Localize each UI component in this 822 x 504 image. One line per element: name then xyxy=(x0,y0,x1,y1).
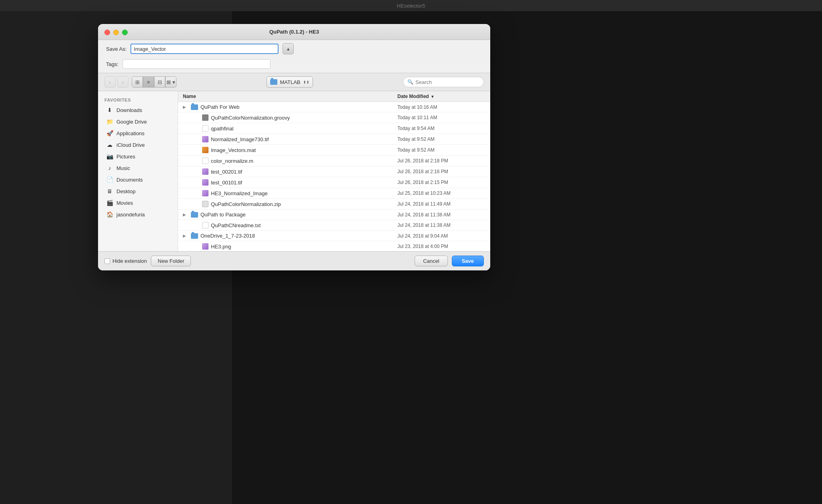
toolbar-left: ‹ › ⊞ ≡ ⊟ ⊠ ▾ xyxy=(104,76,176,88)
table-row[interactable]: QuPathCNreadme.txt Jul 24, 2018 at 11:38… xyxy=(178,220,490,231)
sidebar-item-label-icloud-drive: iCloud Drive xyxy=(116,142,145,148)
table-row[interactable]: test_00101.tif Jul 26, 2018 at 2:15 PM xyxy=(178,177,490,188)
mat-file-icon xyxy=(202,147,209,153)
tags-label: Tags: xyxy=(106,61,118,67)
file-date: Jul 24, 2018 at 11:49 AM xyxy=(397,201,485,207)
dialog-titlebar: QuPath (0.1.2) - HE3 xyxy=(98,24,490,40)
zip-file-icon xyxy=(202,201,209,207)
search-icon: 🔍 xyxy=(407,79,413,85)
toolbar-right: 🔍 xyxy=(403,77,484,87)
sidebar-item-label-jasondefuria: jasondefuria xyxy=(116,212,145,218)
expand-arrow: ▶ xyxy=(183,105,188,109)
file-name-col: HE3_Normalized_Image xyxy=(194,190,397,196)
tags-row: Tags: xyxy=(98,58,490,73)
save-button[interactable]: Save xyxy=(452,256,484,266)
list-view-button[interactable]: ≡ xyxy=(143,76,154,88)
file-name: test_00101.tif xyxy=(211,180,242,186)
sidebar-section-label: Favorites xyxy=(98,94,178,104)
icon-view-button[interactable]: ⊞ xyxy=(132,76,143,88)
search-input[interactable] xyxy=(415,79,479,85)
file-name: HE3_Normalized_Image xyxy=(211,190,268,196)
col-name-header: Name xyxy=(183,94,397,99)
documents-icon: 📄 xyxy=(106,176,113,183)
folder-icon xyxy=(191,212,198,218)
file-name: QuPathCNreadme.txt xyxy=(211,222,261,228)
new-folder-button[interactable]: New Folder xyxy=(151,256,191,266)
table-row[interactable]: Image_Vectors.mat Today at 9:52 AM xyxy=(178,145,490,156)
table-row[interactable]: ▶ QuPath to Package Jul 24, 2018 at 11:3… xyxy=(178,210,490,220)
close-button[interactable] xyxy=(104,30,110,35)
file-name: QuPath to Package xyxy=(200,212,246,218)
chevron-toggle-button[interactable]: ▲ xyxy=(283,43,294,54)
sidebar-item-movies[interactable]: 🎬 Movies xyxy=(100,197,176,208)
sidebar-item-label-music: Music xyxy=(116,165,130,171)
groovy-file-icon xyxy=(202,114,209,121)
music-icon: ♪ xyxy=(106,164,113,172)
sidebar-item-applications[interactable]: 🚀 Applications xyxy=(100,128,176,139)
folder-icon xyxy=(191,104,198,110)
sidebar-item-label-applications: Applications xyxy=(116,130,144,136)
forward-button[interactable]: › xyxy=(117,76,128,88)
sidebar-item-desktop[interactable]: 🖥 Desktop xyxy=(100,186,176,197)
sidebar: Favorites ⬇ Downloads 📁 Google Drive 🚀 A… xyxy=(98,91,178,251)
file-name-col: qpathfinal xyxy=(194,125,397,132)
file-name: QuPathColorNormalization.zip xyxy=(211,201,281,207)
table-row[interactable]: color_normalize.m Jul 26, 2018 at 2:18 P… xyxy=(178,156,490,166)
m-file-icon xyxy=(202,158,209,164)
file-date: Jul 26, 2018 at 2:15 PM xyxy=(397,180,485,185)
table-row[interactable]: Normalized_Image730.tif Today at 9:52 AM xyxy=(178,134,490,145)
location-folder-icon xyxy=(270,79,277,85)
jasondefuria-icon: 🏠 xyxy=(106,211,113,218)
location-popup[interactable]: MATLAB ⬆⬇ xyxy=(267,76,313,88)
google-drive-icon: 📁 xyxy=(106,118,113,125)
maximize-button[interactable] xyxy=(122,30,128,35)
coverflow-view-button[interactable]: ⊠ ▾ xyxy=(165,76,176,88)
cancel-button[interactable]: Cancel xyxy=(415,256,447,266)
sidebar-item-icloud-drive[interactable]: ☁ iCloud Drive xyxy=(100,139,176,150)
table-row[interactable]: ▶ OneDrive_1_7-23-2018 Jul 24, 2018 at 9… xyxy=(178,231,490,241)
expand-arrow: ▶ xyxy=(183,234,188,238)
sort-arrow: ▼ xyxy=(431,94,435,99)
minimize-button[interactable] xyxy=(113,30,119,35)
table-row[interactable]: HE3_Normalized_Image Jul 25, 2018 at 10:… xyxy=(178,188,490,199)
file-name: Normalized_Image730.tif xyxy=(211,136,269,142)
col-date-header[interactable]: Date Modified ▼ xyxy=(397,94,485,99)
file-date: Today at 10:11 AM xyxy=(397,115,485,120)
dialog-bottom: Hide extension New Folder Cancel Save xyxy=(98,251,490,270)
sidebar-item-music[interactable]: ♪ Music xyxy=(100,162,176,174)
table-row[interactable]: test_00201.tif Jul 26, 2018 at 2:16 PM xyxy=(178,166,490,177)
file-name: qpathfinal xyxy=(211,126,233,132)
tags-input[interactable] xyxy=(122,59,271,69)
applications-icon: 🚀 xyxy=(106,130,113,137)
folder-icon xyxy=(191,233,198,239)
sidebar-item-downloads[interactable]: ⬇ Downloads xyxy=(100,104,176,116)
sidebar-item-label-pictures: Pictures xyxy=(116,154,135,160)
hide-extension-checkbox[interactable]: Hide extension xyxy=(104,258,147,264)
save-as-label: Save As: xyxy=(106,46,126,52)
file-name-col: color_normalize.m xyxy=(194,158,397,164)
downloads-icon: ⬇ xyxy=(106,106,113,114)
tif-file-icon xyxy=(202,168,209,175)
file-name: QuPathColorNormalization.groovy xyxy=(211,115,290,121)
view-controls: ⊞ ≡ ⊟ ⊠ ▾ xyxy=(132,76,176,88)
table-row[interactable]: qpathfinal Today at 9:54 AM xyxy=(178,123,490,134)
table-row[interactable]: HE3.png Jul 23, 2018 at 4:00 PM xyxy=(178,241,490,251)
table-row[interactable]: ▶ QuPath For Web Today at 10:16 AM xyxy=(178,102,490,112)
back-button[interactable]: ‹ xyxy=(104,76,116,88)
save-dialog: QuPath (0.1.2) - HE3 Save As: ▲ Tags: ‹ … xyxy=(98,24,490,270)
sidebar-item-documents[interactable]: 📄 Documents xyxy=(100,174,176,185)
sidebar-item-google-drive[interactable]: 📁 Google Drive xyxy=(100,116,176,127)
desktop-icon: 🖥 xyxy=(106,188,113,195)
file-name-col: Normalized_Image730.tif xyxy=(194,136,397,142)
table-row[interactable]: QuPathColorNormalization.zip Jul 24, 201… xyxy=(178,199,490,210)
column-view-button[interactable]: ⊟ xyxy=(154,76,165,88)
file-date: Jul 24, 2018 at 11:38 AM xyxy=(397,212,485,218)
toolbar-center: MATLAB ⬆⬇ xyxy=(180,76,400,88)
movies-icon: 🎬 xyxy=(106,199,113,206)
sidebar-item-pictures[interactable]: 📷 Pictures xyxy=(100,151,176,162)
save-as-input[interactable] xyxy=(130,44,279,54)
dialog-body: Favorites ⬇ Downloads 📁 Google Drive 🚀 A… xyxy=(98,91,490,251)
sidebar-item-jasondefuria[interactable]: 🏠 jasondefuria xyxy=(100,209,176,220)
table-row[interactable]: QuPathColorNormalization.groovy Today at… xyxy=(178,112,490,123)
file-name: color_normalize.m xyxy=(211,158,253,164)
